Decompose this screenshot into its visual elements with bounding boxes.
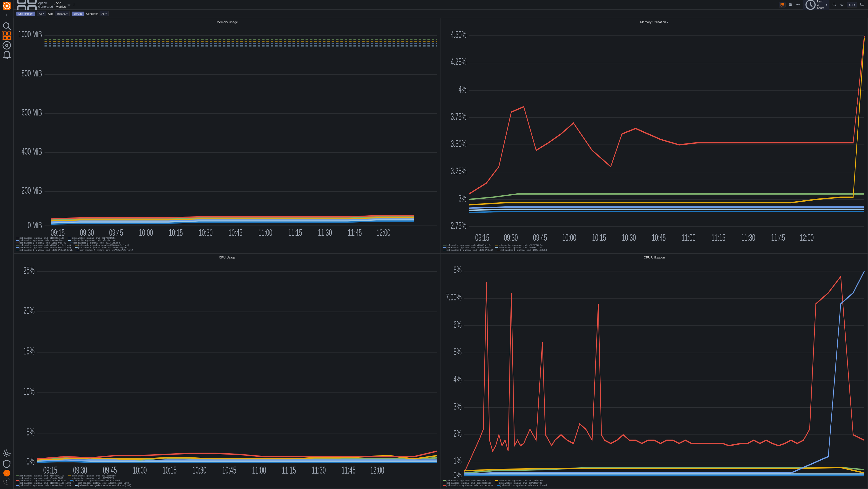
- filter-container-select[interactable]: All ▾: [100, 11, 108, 16]
- svg-text:4.50%: 4.50%: [451, 29, 467, 40]
- dashboard-grid: Memory Usage 1000 MiB 800 MiB 600 MiB 40…: [13, 18, 868, 489]
- svg-point-20: [798, 4, 799, 5]
- svg-text:10:15: 10:15: [590, 478, 603, 479]
- filter-environment-select[interactable]: All ▾: [37, 11, 46, 16]
- svg-text:11:45: 11:45: [342, 464, 355, 473]
- clock-icon: [805, 0, 816, 10]
- sidebar-item-shield[interactable]: [2, 460, 11, 468]
- memory-util-legend: josh-sandbox - grafana - cmd - a16882d41…: [443, 244, 866, 251]
- svg-text:11:00: 11:00: [679, 478, 693, 479]
- legend-item: josh-sandbox - grafana - cmd - a16882d41…: [16, 482, 71, 484]
- svg-text:0%: 0%: [27, 455, 35, 466]
- cpu-util-legend: josh-sandbox - grafana - cmd - a16882d41…: [443, 479, 866, 487]
- svg-text:11:00: 11:00: [258, 227, 272, 236]
- svg-text:10%: 10%: [23, 386, 34, 397]
- svg-text:4%: 4%: [458, 84, 467, 94]
- memory-util-svg: 4.50% 4.25% 4% 3.75% 3.50% 3.25% 3% 2.75…: [443, 25, 866, 243]
- tv-mode-button[interactable]: [859, 1, 865, 8]
- settings-button[interactable]: [795, 1, 801, 8]
- svg-text:12:00: 12:00: [800, 232, 814, 243]
- svg-text:11:00: 11:00: [682, 232, 695, 243]
- share-icon[interactable]: ⤴: [73, 3, 75, 7]
- svg-text:3%: 3%: [458, 193, 467, 204]
- sidebar-item-alerting[interactable]: [2, 51, 11, 59]
- legend-item: josh-sandbox - grafana - cmd - c7f765f97…: [75, 246, 128, 249]
- svg-text:11:30: 11:30: [739, 478, 753, 479]
- legend-item: josh-sandbox - grafana - cmd - c7f765f97…: [68, 239, 115, 242]
- filter-bar: Environment All ▾ App grafana ▾ Service …: [13, 10, 868, 18]
- refresh-button[interactable]: [839, 1, 845, 8]
- sidebar-toggle[interactable]: ›: [0, 11, 13, 18]
- legend-item: josh-sandbox - grafana - cmd - a82708f44…: [68, 237, 116, 239]
- svg-text:11:45: 11:45: [769, 478, 783, 479]
- user-avatar[interactable]: J: [3, 470, 10, 477]
- svg-text:25%: 25%: [23, 265, 34, 276]
- chart-cpu-usage: 25% 20% 15% 10% 5% 0% 09:15 09:30: [16, 260, 439, 473]
- sidebar-item-settings[interactable]: [2, 449, 11, 458]
- panel-cpu-usage-title: CPU Usage: [16, 255, 439, 259]
- svg-text:12:00: 12:00: [370, 464, 384, 473]
- legend-item: josh-sandbox - grafana - cmd - a16882d41…: [443, 244, 491, 246]
- svg-text:09:15: 09:15: [470, 478, 484, 479]
- svg-text:3.50%: 3.50%: [451, 138, 467, 149]
- filter-app-select[interactable]: grafana ▾: [55, 11, 70, 16]
- svg-text:09:30: 09:30: [500, 478, 514, 479]
- legend-item: josh-sandbox-2 - grafana - cmd - 11c8297…: [443, 249, 493, 251]
- memory-usage-svg: 1000 MiB 800 MiB 600 MiB 400 MiB 200 MiB…: [16, 25, 439, 236]
- add-panel-button[interactable]: [779, 2, 785, 7]
- chart-cpu-utilization: 8% 7.00% 6% 5% 4% 3% 2% 1% 0%: [443, 260, 866, 479]
- svg-text:10:45: 10:45: [222, 464, 236, 473]
- svg-text:09:15: 09:15: [51, 227, 65, 236]
- sidebar-item-search[interactable]: [2, 22, 11, 30]
- svg-text:11:15: 11:15: [712, 232, 725, 243]
- zoom-out-button[interactable]: [831, 1, 837, 8]
- svg-text:11:45: 11:45: [348, 227, 362, 236]
- svg-text:10:00: 10:00: [560, 478, 574, 479]
- legend-item: josh-sandbox - grafana - cmd - b6ae3aa5b…: [16, 239, 64, 242]
- panel-title-dropdown[interactable]: ▾: [667, 21, 669, 24]
- svg-text:11:45: 11:45: [771, 232, 785, 243]
- svg-text:5%: 5%: [27, 426, 35, 437]
- sidebar-item-help[interactable]: ?: [3, 478, 10, 485]
- filter-app-label: App: [48, 12, 53, 15]
- main-content: Aptible Generated / App Metrics ☆ ⤴: [13, 0, 868, 489]
- breadcrumb-parent: Aptible Generated: [38, 1, 53, 8]
- legend-item: josh-sandbox - grafana - cmd - a16882d41…: [16, 237, 64, 239]
- svg-text:400 MiB: 400 MiB: [22, 146, 42, 157]
- svg-text:10:45: 10:45: [649, 478, 663, 479]
- legend-item: josh-sandbox-2 - grafana - cmd - 4677c1d…: [70, 479, 120, 482]
- svg-text:15%: 15%: [23, 345, 34, 357]
- svg-rect-19: [789, 3, 790, 4]
- svg-text:10:30: 10:30: [199, 227, 213, 236]
- panel-cpu-utilization: CPU Utilization 8% 7.00% 6% 5% 4% 3% 2% …: [441, 254, 868, 489]
- star-icon[interactable]: ☆: [67, 2, 71, 7]
- svg-text:11:30: 11:30: [318, 227, 332, 236]
- refresh-interval-chevron: ▾: [854, 3, 855, 6]
- panel-cpu-utilization-title: CPU Utilization: [443, 255, 866, 259]
- svg-text:12:00: 12:00: [797, 478, 811, 479]
- filter-container-label: Container: [86, 12, 98, 15]
- legend-item: josh-sandbox-2 - grafana - cmd - 4677c1d…: [497, 249, 547, 251]
- svg-rect-7: [7, 36, 11, 39]
- legend-item: josh-sandbox - grafana - cmd - b6ae3aa5b…: [16, 484, 71, 487]
- refresh-interval-picker[interactable]: 5m ▾: [847, 2, 858, 7]
- panel-memory-utilization-title: Memory Utilization ▾: [443, 20, 866, 24]
- legend-item: josh-sandbox - grafana - cmd - b6ae3aa5b…: [443, 482, 491, 484]
- save-button[interactable]: [787, 1, 793, 8]
- breadcrumb-separator: /: [54, 3, 55, 6]
- filter-environment-label: Environment: [17, 11, 35, 16]
- sidebar-item-explore[interactable]: [2, 41, 11, 50]
- sidebar-item-dashboards[interactable]: [2, 31, 11, 40]
- svg-text:3.25%: 3.25%: [451, 165, 467, 176]
- svg-text:4.25%: 4.25%: [451, 56, 467, 67]
- svg-text:10:30: 10:30: [622, 232, 636, 243]
- svg-text:6%: 6%: [454, 319, 462, 330]
- svg-point-1: [5, 5, 8, 7]
- svg-text:09:15: 09:15: [475, 232, 489, 243]
- svg-text:200 MiB: 200 MiB: [22, 185, 42, 196]
- legend-item: josh-sandbox-2 - grafana - cmd - 11c8297…: [443, 484, 493, 487]
- svg-text:09:45: 09:45: [103, 464, 117, 473]
- svg-text:2%: 2%: [454, 428, 462, 439]
- legend-item: josh-sandbox-2 - grafana - cmd - 4677c1d…: [75, 484, 131, 487]
- app-logo: [3, 2, 10, 10]
